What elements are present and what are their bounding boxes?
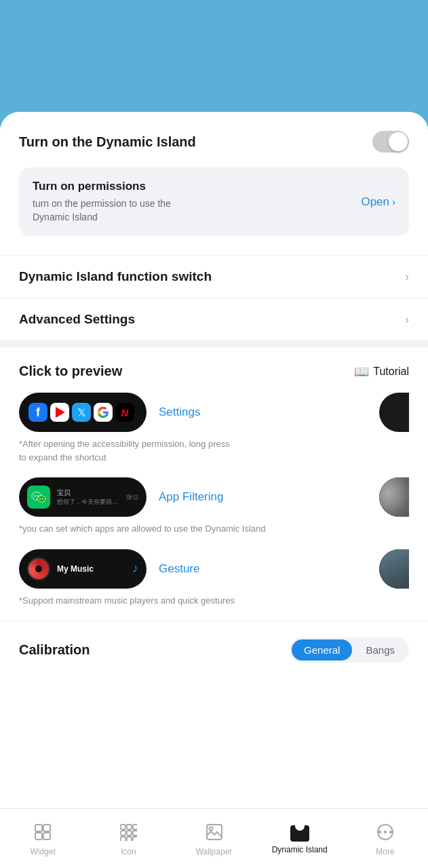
svg-rect-8: [35, 833, 42, 840]
svg-point-23: [389, 831, 392, 833]
main-card: Turn on the Dynamic Island Turn on permi…: [0, 112, 428, 868]
preview-section: Click to preview 📖 Tutorial f: [0, 347, 428, 607]
function-switch-row[interactable]: Dynamic Island function switch ›: [0, 255, 428, 298]
nav-item-more[interactable]: More: [343, 809, 428, 868]
svg-rect-18: [133, 837, 137, 841]
svg-rect-7: [43, 825, 50, 831]
music-record: [27, 557, 50, 580]
preview-title: Click to preview: [19, 363, 122, 379]
widget-icon: [34, 823, 52, 844]
music-record-inner: [28, 559, 49, 579]
advanced-settings-row[interactable]: Advanced Settings ›: [0, 298, 428, 340]
calibration-section: Calibration General Bangs: [0, 620, 428, 673]
wallpaper-nav-icon: [206, 823, 223, 844]
toggle-row: Turn on the Dynamic Island: [19, 131, 409, 167]
toggle-section: Turn on the Dynamic Island Turn on permi…: [0, 112, 428, 236]
pill-icons: f 𝕏 N: [28, 403, 134, 422]
wechat-avatar: [27, 486, 50, 509]
svg-rect-11: [127, 825, 132, 829]
settings-action-link[interactable]: Settings: [159, 406, 200, 419]
svg-rect-19: [207, 825, 222, 840]
tutorial-icon: 📖: [354, 364, 369, 379]
app-filtering-link[interactable]: App Filtering: [159, 490, 223, 504]
gesture-link[interactable]: Gesture: [159, 562, 199, 576]
music-preview-row: My Music ♪ Gesture: [19, 549, 409, 589]
dynamic-island-nav-label: Dynamic Island: [272, 845, 328, 854]
tab-bangs[interactable]: Bangs: [353, 639, 407, 660]
music-pill[interactable]: My Music ♪: [19, 549, 147, 589]
top-background: [0, 0, 428, 112]
svg-point-5: [42, 498, 43, 500]
dynamic-island-nav-icon: [290, 825, 309, 842]
peek-right-1: [379, 393, 409, 432]
advanced-settings-label: Advanced Settings: [19, 312, 135, 327]
icon-nav-icon: [119, 823, 137, 844]
peek-right-3: [379, 549, 409, 589]
nav-item-wallpaper[interactable]: Wallpaper: [171, 809, 256, 868]
calibration-header: Calibration General Bangs: [19, 637, 409, 663]
wallpaper-nav-label: Wallpaper: [196, 847, 233, 856]
svg-point-21: [378, 831, 381, 833]
svg-rect-14: [127, 831, 132, 835]
svg-rect-17: [127, 837, 132, 841]
di-nav-notch: [295, 825, 305, 831]
shortcuts-preview-row: f 𝕏 N Settings: [19, 393, 409, 432]
svg-point-3: [37, 496, 39, 497]
message-pill[interactable]: 宝贝 想你了，今天你要回家吗? 微信: [19, 477, 147, 517]
music-desc: *Support mainstream music players and qu…: [19, 594, 409, 608]
more-nav-label: More: [376, 847, 394, 856]
bottom-navigation: Widget Icon Wallpaper: [0, 808, 428, 868]
msg-body: 想你了，今天你要回家吗?: [57, 498, 119, 507]
nav-item-dynamic-island[interactable]: Dynamic Island: [257, 809, 343, 868]
widget-nav-label: Widget: [30, 847, 55, 856]
permissions-title: Turn on permissions: [33, 180, 195, 193]
message-row-content: 宝贝 想你了，今天你要回家吗? 微信 App Filtering: [19, 477, 379, 517]
peek-right-2: [379, 477, 409, 517]
netflix-icon: N: [115, 403, 134, 422]
svg-rect-10: [121, 825, 125, 829]
di-nav-shape: [290, 825, 309, 842]
tab-general[interactable]: General: [292, 639, 352, 660]
permissions-desc: turn on the permission to use the Dynami…: [33, 197, 195, 224]
peek-avatar-2: [379, 477, 409, 517]
function-switch-label: Dynamic Island function switch: [19, 269, 212, 284]
tutorial-label: Tutorial: [373, 366, 409, 378]
music-note-icon: ♪: [132, 561, 138, 576]
svg-rect-6: [35, 825, 42, 831]
shortcuts-pill[interactable]: f 𝕏 N: [19, 393, 147, 432]
shortcuts-row-content: f 𝕏 N Settings: [19, 393, 379, 432]
svg-point-4: [39, 498, 41, 500]
peek-avatar-3: [379, 549, 409, 589]
tutorial-button[interactable]: 📖 Tutorial: [354, 364, 409, 379]
open-permissions-button[interactable]: Open ›: [361, 195, 395, 209]
message-desc: *you can set which apps are allowed to u…: [19, 522, 409, 536]
permissions-text: Turn on permissions turn on the permissi…: [33, 180, 195, 224]
svg-rect-15: [133, 831, 137, 835]
svg-point-2: [35, 496, 36, 497]
nav-item-icon[interactable]: Icon: [85, 809, 171, 868]
dynamic-island-toggle[interactable]: [372, 131, 409, 153]
nav-item-widget[interactable]: Widget: [0, 809, 85, 868]
facebook-icon: f: [28, 403, 47, 422]
twitter-icon: 𝕏: [72, 403, 91, 422]
svg-rect-9: [43, 833, 50, 840]
icon-nav-label: Icon: [121, 847, 136, 856]
youtube-icon: [50, 403, 69, 422]
function-switch-chevron: ›: [405, 270, 409, 284]
google-icon: [94, 403, 113, 422]
svg-rect-12: [133, 825, 137, 829]
advanced-settings-chevron: ›: [405, 313, 409, 327]
msg-time: 微信: [126, 493, 138, 502]
music-row-content: My Music ♪ Gesture: [19, 549, 379, 589]
music-label: My Music: [57, 564, 125, 574]
calibration-title: Calibration: [19, 642, 90, 658]
open-chevron-icon: ›: [392, 196, 395, 208]
msg-sender: 宝贝: [57, 488, 119, 498]
shortcuts-desc: *After opening the accessibility permiss…: [19, 437, 409, 464]
permissions-card: Turn on permissions turn on the permissi…: [19, 167, 409, 236]
svg-rect-13: [121, 831, 125, 835]
svg-rect-16: [121, 837, 125, 841]
music-record-center: [35, 566, 42, 572]
msg-text-block: 宝贝 想你了，今天你要回家吗?: [57, 488, 119, 507]
more-nav-icon: [376, 823, 394, 844]
